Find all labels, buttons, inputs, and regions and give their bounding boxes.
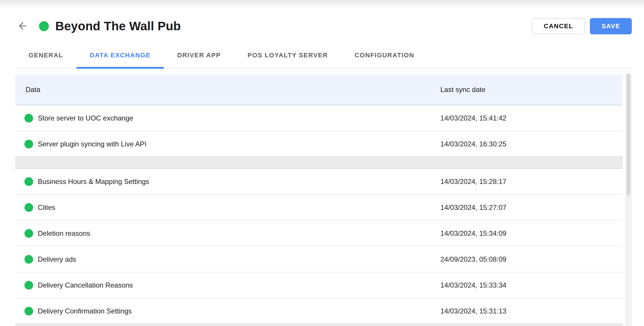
row-label: Delivery Confirmation Settings xyxy=(38,307,132,315)
sync-status-dot xyxy=(24,229,33,238)
table-row: Store server to UOC exchange 14/03/2024,… xyxy=(15,105,623,131)
back-button[interactable] xyxy=(16,20,29,33)
sync-status-dot xyxy=(24,281,33,290)
row-label: Delivery ads xyxy=(38,255,76,263)
sync-status-dot xyxy=(24,255,33,264)
row-sync-date: 14/03/2024, 15:31:13 xyxy=(440,307,623,315)
store-status-dot xyxy=(39,21,49,31)
sync-status-dot xyxy=(24,203,33,212)
sync-table: Data Last sync date Store server to UOC … xyxy=(15,75,623,326)
row-sync-date: 24/09/2023, 05:08:09 xyxy=(440,255,623,263)
row-sync-date: 14/03/2024, 16:30:25 xyxy=(440,140,623,148)
row-label: Deletion reasons xyxy=(38,229,90,238)
row-sync-date: 14/03/2024, 15:27:07 xyxy=(440,203,623,212)
table-row: Business Hours & Mapping Settings 14/03/… xyxy=(15,169,623,195)
scrollbar-thumb[interactable] xyxy=(627,73,630,196)
table-row: Cities 14/03/2024, 15:27:07 xyxy=(15,195,623,221)
row-label: Store server to UOC exchange xyxy=(38,114,133,122)
row-label: Cities xyxy=(38,203,55,212)
sync-status-dot xyxy=(24,114,33,123)
scrollbar-track[interactable] xyxy=(625,73,632,326)
cancel-button[interactable]: CANCEL xyxy=(532,18,585,34)
tab-data-exchange[interactable]: DATA EXCHANGE xyxy=(77,42,164,68)
save-button[interactable]: SAVE xyxy=(590,18,632,34)
tab-bar: GENERAL DATA EXCHANGE DRIVER APP POS LOY… xyxy=(15,42,632,69)
tab-general[interactable]: GENERAL xyxy=(15,42,77,68)
header-actions: CANCEL SAVE xyxy=(532,18,632,34)
table-row: Delivery Cancellation Reasons 14/03/2024… xyxy=(15,272,623,298)
row-sync-date: 14/03/2024, 15:28:17 xyxy=(440,178,623,186)
arrow-left-icon xyxy=(17,20,28,32)
table-row: Deletion reasons 14/03/2024, 15:34:09 xyxy=(15,221,623,247)
row-sync-date: 14/03/2024, 15:41:42 xyxy=(440,114,623,122)
row-label: Server plugin syncing with Live API xyxy=(38,140,147,148)
tab-pos-loyalty-server[interactable]: POS LOYALTY SERVER xyxy=(234,42,341,68)
sync-status-dot xyxy=(24,177,33,186)
table-row: Server plugin syncing with Live API 14/0… xyxy=(15,131,623,157)
page-header: Beyond The Wall Pub CANCEL SAVE xyxy=(0,10,644,42)
top-shadow xyxy=(0,0,644,10)
sync-status-dot xyxy=(24,307,33,316)
table-row: Delivery Confirmation Settings 14/03/202… xyxy=(15,298,623,324)
table-row: Delivery ads 24/09/2023, 05:08:09 xyxy=(15,247,623,272)
table-header-row: Data Last sync date xyxy=(15,75,623,105)
row-label: Delivery Cancellation Reasons xyxy=(38,281,133,289)
separator-row xyxy=(15,324,623,326)
column-header-data: Data xyxy=(15,86,440,94)
row-sync-date: 14/03/2024, 15:34:09 xyxy=(440,229,623,238)
column-header-last-sync-date: Last sync date xyxy=(440,86,623,94)
tab-configuration[interactable]: CONFIGURATION xyxy=(341,42,428,68)
tab-driver-app[interactable]: DRIVER APP xyxy=(164,42,234,68)
sync-status-dot xyxy=(24,140,33,148)
page-title: Beyond The Wall Pub xyxy=(55,19,181,33)
row-sync-date: 14/03/2024, 15:33:34 xyxy=(440,281,623,289)
row-label: Business Hours & Mapping Settings xyxy=(38,178,149,186)
separator-row xyxy=(15,157,623,169)
